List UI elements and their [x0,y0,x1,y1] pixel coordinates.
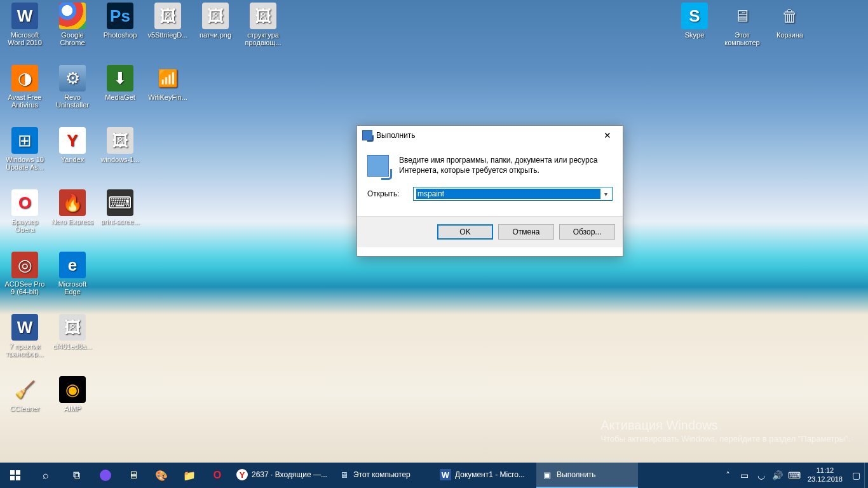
app-ccleaner-icon: 🧹 [11,376,38,403]
app-acdsee[interactable]: ◎ ACDSee Pro 9 (64-bit) [2,250,48,297]
desktop-icon-label: 7 практик трансфор... [3,342,46,358]
app-aimp[interactable]: ◉ AIMP [50,375,95,414]
app-w10update[interactable]: ⊞ Windows 10 Update As... [2,126,48,172]
app-nero[interactable]: 🔥 Nero Express [50,188,95,227]
tray-language[interactable]: ⌨ [786,463,803,488]
recycle-bin[interactable]: 🗑 Корзина [767,1,813,40]
desktop-icon-label: df401ed8a... [51,342,94,350]
desktop-icon-label: Microsoft Edge [51,280,94,295]
start-button[interactable] [0,463,31,488]
desktop-icon-label: Браузер Opera [3,218,46,233]
app-photoshop[interactable]: Ps Photoshop [97,1,143,40]
cortana-icon [100,470,111,481]
browse-button[interactable]: Обзор... [559,224,615,240]
search-icon: ⌕ [43,470,49,481]
close-button[interactable]: ✕ [593,126,621,144]
action-center[interactable]: ▢ [848,463,864,488]
pin-cortana[interactable] [92,463,119,488]
windows-logo-icon [10,470,20,480]
pin-file-explorer[interactable]: 📁 [175,463,203,488]
task-run-dialog[interactable]: ▣ Выполнить [536,463,638,488]
pin-opera[interactable]: O [203,463,231,488]
app-avast[interactable]: ◑ Avast Free Antivirus [2,64,48,110]
task-label: Этот компьютер [353,470,410,479]
open-combobox[interactable]: ▾ [413,187,613,201]
desktop-icon-label: Корзина [768,31,811,39]
task-label: Выполнить [557,470,596,479]
file-printscreen-icon: ⌨ [107,189,133,216]
desktop-icon-label: Nero Express [51,218,94,226]
activation-title: Активация Windows [600,418,850,433]
monitor-icon: 🖥 [128,470,139,481]
task-view-button[interactable]: ⧉ [61,463,92,488]
desktop-icon-label: MediaGet [98,93,142,101]
app-acdsee-icon: ◎ [11,252,38,278]
this-pc[interactable]: 🖥 Этот компьютер [719,1,765,48]
file-df401ed8a[interactable]: 🖼 df401ed8a... [50,313,95,351]
app-skype[interactable]: S Skype [672,1,717,40]
file-printscreen[interactable]: ⌨ print-scree... [97,188,143,227]
file-7praktik[interactable]: W 7 практик трансфор... [2,313,48,359]
run-description: Введите имя программы, папки, документа … [399,155,613,177]
speaker-icon: 🔊 [772,470,783,480]
task-label: 2637 · Входящие —... [252,470,327,479]
system-tray: ˄ ▭ ◡ 🔊 ⌨ 11:12 23.12.2018 ▢ [720,463,868,488]
language-icon: ⌨ [788,470,801,480]
app-msword[interactable]: W Microsoft Word 2010 [2,1,48,48]
desktop-icon-label: Этот компьютер [721,31,764,46]
file-v5sttnieg[interactable]: 🖼 v5SttniegD... [145,1,191,40]
tray-wifi[interactable]: ◡ [753,463,770,488]
app-opera[interactable]: O Браузер Opera [2,188,48,234]
clock[interactable]: 11:12 23.12.2018 [803,466,848,484]
app-yandex-icon: Y [59,127,86,154]
app-edge[interactable]: e Microsoft Edge [50,250,95,297]
app-chrome[interactable]: Google Chrome [50,1,95,48]
app-revo[interactable]: ⚙ Revo Uninstaller [50,64,95,110]
file-struktura[interactable]: 🖼 структура продающ... [240,1,286,48]
task-yandex-mail[interactable]: Y 2637 · Входящие —... [231,463,333,488]
desktop-icon-label: Yandex [51,156,94,163]
file-df401ed8a-icon: 🖼 [59,314,86,341]
task-word-doc1[interactable]: W Документ1 - Micro... [435,463,536,488]
desktop-icon-label: Avast Free Antivirus [3,93,46,109]
app-mediaget[interactable]: ⬇ MediaGet [97,64,143,102]
app-wifikeyfinder[interactable]: 📶 WifiKeyFin... [145,64,191,102]
show-desktop[interactable] [864,463,868,488]
pin-paint[interactable]: 🎨 [147,463,175,488]
open-input[interactable] [416,189,600,199]
app-yandex[interactable]: Y Yandex [50,126,95,165]
search-button[interactable]: ⌕ [31,463,61,488]
clock-date: 23.12.2018 [808,475,843,484]
run-titlebar[interactable]: Выполнить ✕ [357,126,623,145]
chevron-down-icon[interactable]: ▾ [600,191,611,198]
ok-button[interactable]: OK [437,224,493,240]
file-windows-1[interactable]: 🖼 windows-1... [97,126,143,165]
desktop-icon-label: Microsoft Word 2010 [3,31,46,46]
run-large-icon [367,155,389,177]
tray-overflow[interactable]: ˄ [720,463,736,488]
file-patchi-png[interactable]: 🖼 патчи.png [193,1,238,40]
tray-battery[interactable]: ▭ [736,463,753,488]
pin-explorer-shortcut[interactable]: 🖥 [119,463,147,488]
desktop-icon-label: Photoshop [98,31,142,39]
app-nero-icon: 🔥 [59,189,86,216]
tray-volume[interactable]: 🔊 [770,463,786,488]
file-windows-1-icon: 🖼 [107,127,133,154]
app-ccleaner[interactable]: 🧹 CCleaner [2,375,48,414]
app-wifikeyfinder-icon: 📶 [154,65,181,92]
task-this-pc[interactable]: 🖥 Этот компьютер [333,463,435,488]
desktop-icon-label: Revo Uninstaller [51,93,94,109]
desktop[interactable]: W Microsoft Word 2010 Google Chrome Ps P… [0,0,868,463]
opera-icon: O [214,470,221,481]
desktop-icon-label: ACDSee Pro 9 (64-bit) [3,280,46,295]
clock-time: 11:12 [808,466,843,475]
app-w10update-icon: ⊞ [11,127,38,154]
app-opera-icon: O [11,189,38,216]
cancel-button[interactable]: Отмена [498,224,554,240]
file-patchi-png-icon: 🖼 [202,3,229,29]
desktop-icon-label: WifiKeyFin... [146,93,189,101]
desktop-icon-label: print-scree... [98,218,142,226]
desktop-icon-label: патчи.png [194,31,237,39]
desktop-icon-label: CCleaner [3,405,46,412]
desktop-icon-label: структура продающ... [241,31,285,46]
